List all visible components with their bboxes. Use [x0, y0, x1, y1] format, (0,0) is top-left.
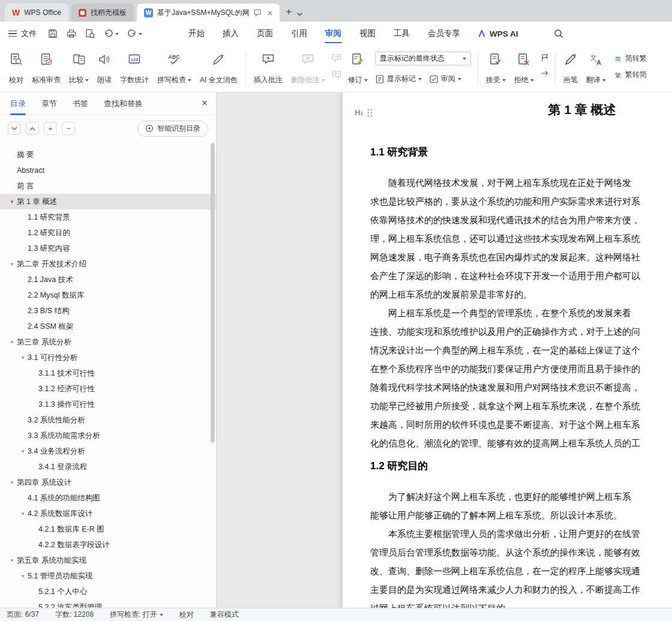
- toc-item[interactable]: 5.2.2 汽车类型管理: [0, 599, 216, 608]
- pen-annotate-button[interactable]: 画笔: [559, 48, 582, 89]
- toc-item[interactable]: 4.1 系统的功能结构图: [0, 490, 216, 506]
- standard-review-button[interactable]: 标准审查: [28, 48, 65, 89]
- menu-tab-insert[interactable]: 插入: [214, 22, 248, 46]
- toc-item[interactable]: 2.2 Mysql 数据库: [0, 287, 216, 303]
- toc-item[interactable]: 3.4.1 登录流程: [0, 459, 216, 475]
- document-canvas[interactable]: H1 第 1 章 概述 1.1 研究背景随着现代网络技术发展，对于网上租车系统现…: [217, 92, 672, 608]
- spell-check-button[interactable]: ABC 拼写检查: [153, 48, 196, 89]
- toc-item[interactable]: 1.3 研究内容: [0, 241, 216, 256]
- word-count-indicator[interactable]: 字数: 12208: [55, 610, 94, 620]
- proofread-status[interactable]: 校对: [179, 610, 194, 620]
- toc-item[interactable]: 4.2.1 数据库 E-R 图: [0, 521, 216, 537]
- toc-collapse-arrow-icon[interactable]: ▾: [18, 511, 28, 517]
- read-aloud-button[interactable]: 朗读: [93, 48, 116, 89]
- toc-item[interactable]: 3.1.3 操作可行性: [0, 397, 216, 412]
- accept-change-button[interactable]: 接受: [482, 48, 510, 89]
- tab-document[interactable]: W 基于Java+SSM+MySQL的网 ×: [137, 4, 280, 22]
- redo-chevron-icon[interactable]: [139, 33, 142, 37]
- word-count-button[interactable]: 123 字数统计: [116, 48, 153, 89]
- print-preview-button[interactable]: [85, 28, 95, 39]
- toc-item[interactable]: ▾第 1 章 概述: [0, 194, 216, 209]
- menu-tab-page[interactable]: 页面: [248, 22, 282, 46]
- sidebar-scrollbar[interactable]: [211, 143, 215, 443]
- toc-zoom-out-button[interactable]: −: [62, 122, 75, 135]
- sidebar-tab-bookmarks[interactable]: 书签: [73, 92, 88, 115]
- toc-item[interactable]: ▾3.1 可行性分析: [0, 350, 216, 365]
- drag-handle-icon[interactable]: [367, 109, 373, 117]
- next-revision-icon[interactable]: [540, 68, 550, 78]
- toc-item[interactable]: 3.1.1 技术可行性: [0, 365, 216, 381]
- ai-polish-button[interactable]: AI 全文润色: [196, 48, 242, 89]
- toc-item[interactable]: 3.2 系统性能分析: [0, 412, 216, 428]
- toc-collapse-all-button[interactable]: [26, 122, 39, 135]
- toc-item[interactable]: 2.4 SSM 框架: [0, 319, 216, 334]
- print-button[interactable]: [66, 28, 77, 39]
- insert-comment-button[interactable]: 插入批注: [250, 48, 287, 89]
- translate-button[interactable]: 文A 翻译: [582, 48, 610, 89]
- toc-collapse-arrow-icon[interactable]: ▾: [7, 557, 17, 563]
- toc-collapse-arrow-icon[interactable]: ▾: [7, 261, 17, 267]
- toc-collapse-arrow-icon[interactable]: ▾: [18, 355, 28, 361]
- to-simplified-button[interactable]: 繁 繁转简: [613, 70, 647, 80]
- tab-wps-office[interactable]: W WPS Office: [5, 4, 68, 22]
- menu-tab-tools[interactable]: 工具: [385, 22, 419, 46]
- toc-item[interactable]: ▾5.1 管理员功能实现: [0, 568, 216, 584]
- toc-expand-all-button[interactable]: [8, 122, 21, 135]
- tab-list-chevron-icon[interactable]: [296, 12, 303, 17]
- toc-item[interactable]: ▾第五章 系统功能实现: [0, 553, 216, 568]
- toc-item[interactable]: ▾第三章 系统分析: [0, 334, 216, 350]
- menu-tab-review[interactable]: 审阅: [316, 22, 350, 46]
- toc-item[interactable]: 3.1.2 经济可行性: [0, 381, 216, 397]
- sidebar-close-icon[interactable]: ×: [202, 97, 208, 109]
- file-menu-button[interactable]: 文件: [8, 28, 37, 39]
- toc-zoom-in-button[interactable]: ＋: [44, 122, 57, 135]
- toc-item[interactable]: ▾4.2 系统数据库设计: [0, 506, 216, 521]
- spell-check-status[interactable]: 拼写检查: 打开: [110, 610, 163, 620]
- toc-item[interactable]: 2.1 Java 技术: [0, 272, 216, 287]
- save-button[interactable]: [47, 28, 58, 39]
- toc-item[interactable]: 1.1 研究背景: [0, 209, 216, 225]
- reject-change-button[interactable]: 拒绝: [510, 48, 538, 89]
- menu-tab-view[interactable]: 视图: [350, 22, 385, 46]
- toc-item[interactable]: 前 言: [0, 178, 216, 194]
- toc-item[interactable]: ▾第二章 开发技术介绍: [0, 256, 216, 272]
- toc-collapse-arrow-icon[interactable]: ▾: [7, 479, 17, 485]
- toc-item[interactable]: 5.2.1 个人中心: [0, 584, 216, 599]
- toc-item[interactable]: Abstract: [0, 163, 216, 178]
- toc-collapse-arrow-icon[interactable]: ▾: [7, 199, 17, 205]
- proofread-button[interactable]: 校对: [5, 48, 28, 89]
- toc-item[interactable]: 1.2 研究目的: [0, 225, 216, 241]
- sidebar-tab-chapters[interactable]: 章节: [41, 92, 57, 115]
- tab-close-icon[interactable]: ×: [267, 8, 272, 18]
- toc-item[interactable]: 2.3 B/S 结构: [0, 303, 216, 319]
- menu-tab-member[interactable]: 会员专享: [419, 22, 469, 46]
- toc-item[interactable]: ▾第四章 系统设计: [0, 475, 216, 490]
- toc-collapse-arrow-icon[interactable]: ▾: [18, 573, 28, 579]
- toc-collapse-arrow-icon[interactable]: ▾: [7, 339, 17, 345]
- review-mode-button[interactable]: 审阅: [429, 74, 461, 84]
- undo-chevron-icon[interactable]: [115, 33, 119, 37]
- toc-item[interactable]: 3.3 系统功能需求分析: [0, 428, 216, 443]
- wps-ai-button[interactable]: WPS AI: [469, 29, 527, 38]
- toc-item[interactable]: ▾3.4 业务流程分析: [0, 443, 216, 459]
- smart-toc-button[interactable]: 智能识别目录: [137, 121, 208, 137]
- undo-button[interactable]: [103, 28, 119, 39]
- sidebar-tab-find-replace[interactable]: 查找和替换: [104, 92, 143, 115]
- show-markup-button[interactable]: 显示标记: [375, 74, 422, 84]
- compare-button[interactable]: 比较: [65, 48, 93, 89]
- toc-item[interactable]: 4.2.2 数据表字段设计: [0, 537, 216, 553]
- redo-button[interactable]: [127, 28, 142, 39]
- tab-docer-templates[interactable]: 找稻壳模板: [71, 4, 134, 22]
- markup-state-select[interactable]: 显示标记的最终状态: [375, 52, 471, 65]
- to-traditional-button[interactable]: 简 简转繁: [613, 53, 647, 64]
- menu-tab-home[interactable]: 开始: [179, 22, 214, 46]
- sidebar-tab-toc[interactable]: 目录: [10, 92, 26, 115]
- heading-collapse-icon[interactable]: H1: [355, 108, 363, 117]
- toc-collapse-arrow-icon[interactable]: ▾: [18, 448, 28, 454]
- track-changes-button[interactable]: 修订: [344, 48, 372, 89]
- previous-revision-icon[interactable]: [540, 53, 550, 62]
- toc-item[interactable]: 摘 要: [0, 147, 216, 163]
- document-page[interactable]: H1 第 1 章 概述 1.1 研究背景随着现代网络技术发展，对于网上租车系统现…: [343, 92, 672, 608]
- new-tab-button[interactable]: +: [286, 6, 292, 18]
- search-icon[interactable]: [553, 28, 564, 39]
